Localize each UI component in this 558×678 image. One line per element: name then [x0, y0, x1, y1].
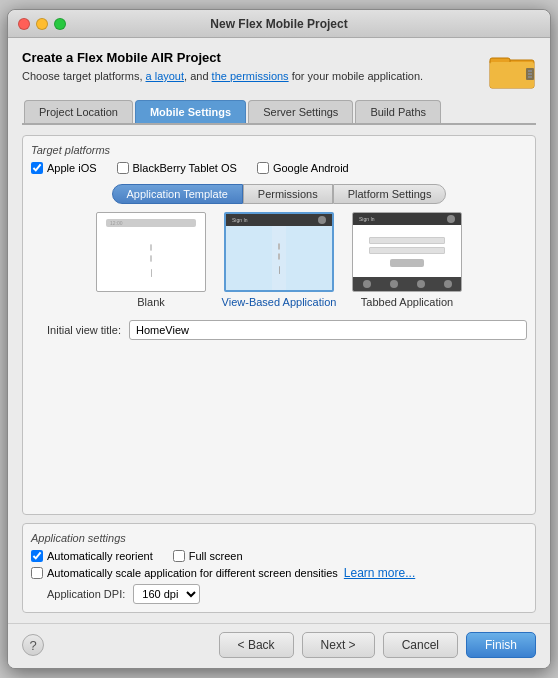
- settings-row-1: Automatically reorient Full screen: [31, 550, 527, 562]
- finish-button[interactable]: Finish: [466, 632, 536, 658]
- blank-btn: [151, 269, 152, 277]
- view-field1: [278, 243, 280, 250]
- bottom-bar: ? < Back Next > Cancel Finish: [8, 623, 550, 668]
- tabbed-nav-bar: [353, 277, 461, 291]
- auto-reorient-item[interactable]: Automatically reorient: [31, 550, 153, 562]
- header-section: Create a Flex Mobile AIR Project Choose …: [22, 50, 536, 90]
- svg-rect-5: [528, 73, 532, 75]
- svg-rect-6: [528, 76, 532, 78]
- platform-ios[interactable]: Apple iOS: [31, 162, 97, 174]
- minimize-button[interactable]: [36, 18, 48, 30]
- help-button[interactable]: ?: [22, 634, 44, 656]
- back-button[interactable]: < Back: [219, 632, 294, 658]
- close-button[interactable]: [18, 18, 30, 30]
- template-view-based[interactable]: Sign In View-Based Application: [219, 212, 339, 308]
- blank-form-field1: [150, 244, 152, 251]
- template-blank[interactable]: 12:00 Blank: [91, 212, 211, 308]
- window-controls: [18, 18, 66, 30]
- link-permissions: the permissions: [212, 70, 289, 82]
- tabbed-label: Tabbed Application: [361, 296, 453, 308]
- tabbed-btn: [390, 259, 424, 267]
- view-field2: [278, 253, 280, 260]
- initial-view-label: Initial view title:: [31, 324, 121, 336]
- initial-view-input[interactable]: [129, 320, 527, 340]
- folder-icon: [488, 50, 536, 90]
- nav-icon-2: [390, 280, 398, 288]
- template-cards: 12:00 Blank: [31, 212, 527, 308]
- platform-android[interactable]: Google Android: [257, 162, 349, 174]
- blank-form-field2: [150, 255, 152, 262]
- tabbed-field1: [369, 237, 446, 244]
- inner-tab-bar: Application Template Permissions Platfor…: [31, 184, 527, 204]
- target-platforms-label: Target platforms: [31, 144, 527, 156]
- window-title: New Flex Mobile Project: [210, 17, 347, 31]
- blank-preview: 12:00: [96, 212, 206, 292]
- platform-blackberry[interactable]: BlackBerry Tablet OS: [117, 162, 237, 174]
- header-description: Choose target platforms, a layout, and t…: [22, 69, 478, 84]
- tabbed-home-icon: [447, 215, 455, 223]
- mobile-settings-panel: Target platforms Apple iOS BlackBerry Ta…: [22, 135, 536, 515]
- nav-buttons: < Back Next > Cancel Finish: [219, 632, 536, 658]
- nav-icon-4: [444, 280, 452, 288]
- tabbed-topbar: Sign In: [353, 213, 461, 225]
- tabbed-screen: Sign In: [353, 213, 461, 291]
- main-window: New Flex Mobile Project Create a Flex Mo…: [7, 9, 551, 669]
- tabbed-preview: Sign In: [352, 212, 462, 292]
- ios-checkbox[interactable]: [31, 162, 43, 174]
- learn-more-link[interactable]: Learn more...: [344, 566, 415, 580]
- template-tabbed[interactable]: Sign In: [347, 212, 467, 308]
- header-title: Create a Flex Mobile AIR Project: [22, 50, 478, 65]
- nav-icon-1: [363, 280, 371, 288]
- titlebar: New Flex Mobile Project: [8, 10, 550, 38]
- platforms-row: Apple iOS BlackBerry Tablet OS Google An…: [31, 162, 527, 174]
- initial-view-row: Initial view title:: [31, 320, 527, 340]
- blank-label: Blank: [137, 296, 165, 308]
- view-based-label: View-Based Application: [222, 296, 337, 308]
- view-based-preview: Sign In: [224, 212, 334, 292]
- tabbed-field2: [369, 247, 446, 254]
- full-screen-item[interactable]: Full screen: [173, 550, 243, 562]
- main-content: Create a Flex Mobile AIR Project Choose …: [8, 38, 550, 623]
- tab-project-location[interactable]: Project Location: [24, 100, 133, 123]
- spacer: [31, 344, 527, 506]
- dpi-label: Application DPI:: [47, 588, 125, 600]
- inner-tab-permissions[interactable]: Permissions: [243, 184, 333, 204]
- app-settings-label: Application settings: [31, 532, 527, 544]
- blank-bar: 12:00: [106, 219, 196, 227]
- view-topbar: Sign In: [226, 214, 332, 226]
- dpi-row: Application DPI: 160 dpi 240 dpi 320 dpi: [47, 584, 527, 604]
- blackberry-checkbox[interactable]: [117, 162, 129, 174]
- view-btn: [279, 266, 280, 274]
- auto-reorient-checkbox[interactable]: [31, 550, 43, 562]
- link-layout: a layout: [146, 70, 185, 82]
- inner-tab-app-template[interactable]: Application Template: [112, 184, 243, 204]
- settings-row-2: Automatically scale application for diff…: [31, 566, 527, 580]
- tab-build-paths[interactable]: Build Paths: [355, 100, 441, 123]
- cancel-button[interactable]: Cancel: [383, 632, 458, 658]
- home-icon: [318, 216, 326, 224]
- maximize-button[interactable]: [54, 18, 66, 30]
- svg-rect-4: [528, 70, 532, 72]
- next-button[interactable]: Next >: [302, 632, 375, 658]
- app-settings-section: Application settings Automatically reori…: [22, 523, 536, 613]
- wizard-tab-bar: Project Location Mobile Settings Server …: [22, 100, 536, 125]
- full-screen-checkbox[interactable]: [173, 550, 185, 562]
- blank-screen: 12:00: [97, 213, 205, 291]
- auto-scale-item[interactable]: Automatically scale application for diff…: [31, 567, 338, 579]
- tab-mobile-settings[interactable]: Mobile Settings: [135, 100, 246, 123]
- inner-tab-platform-settings[interactable]: Platform Settings: [333, 184, 447, 204]
- dpi-select[interactable]: 160 dpi 240 dpi 320 dpi: [133, 584, 200, 604]
- android-checkbox[interactable]: [257, 162, 269, 174]
- nav-icon-3: [417, 280, 425, 288]
- header-text: Create a Flex Mobile AIR Project Choose …: [22, 50, 478, 84]
- tab-server-settings[interactable]: Server Settings: [248, 100, 353, 123]
- view-based-screen: Sign In: [226, 214, 332, 290]
- auto-scale-checkbox[interactable]: [31, 567, 43, 579]
